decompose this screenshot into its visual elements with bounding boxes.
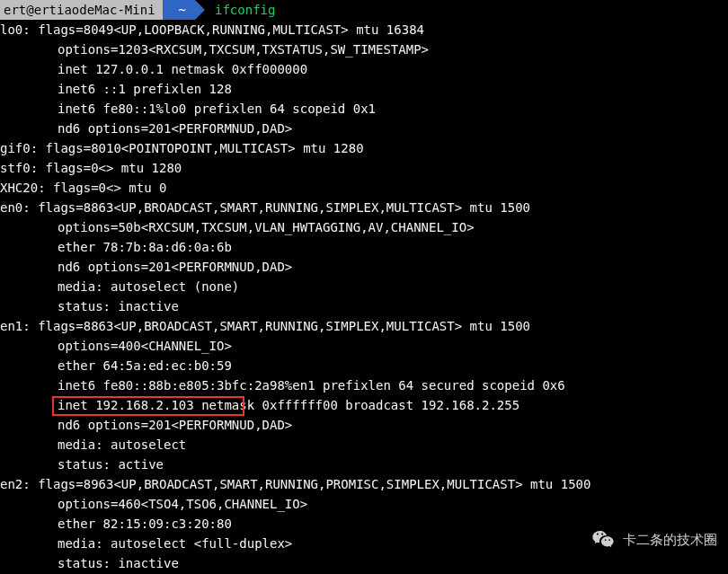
output-line: en1: flags=8863<UP,BROADCAST,SMART,RUNNI… [0,316,728,336]
watermark-text: 卡二条的技术圈 [623,530,717,550]
output-line-highlighted: inet 192.168.2.103 netmask 0xffffff00 br… [0,395,728,415]
prompt-user-host: ert@ertiaodeMac-Mini [0,0,163,20]
output-line: media: autoselect (none) [0,277,728,296]
output-line: options=460<TSO4,TSO6,CHANNEL_IO> [0,494,728,514]
output-line: en0: flags=8863<UP,BROADCAST,SMART,RUNNI… [0,198,728,217]
output-line: gif0: flags=8010<POINTOPOINT,MULTICAST> … [0,138,728,158]
output-line: stf0: flags=0<> mtu 1280 [0,158,728,178]
shell-prompt[interactable]: ert@ertiaodeMac-Mini ~ ifconfig [0,0,728,20]
output-line: inet6 fe80::1%lo0 prefixlen 64 scopeid 0… [0,99,728,119]
output-line: nd6 options=201<PERFORMNUD,DAD> [0,257,728,277]
typed-command: ifconfig [195,0,275,20]
prompt-dir: ~ [163,0,195,20]
terminal-output: lo0: flags=8049<UP,LOOPBACK,RUNNING,MULT… [0,20,728,573]
output-line: inet 127.0.0.1 netmask 0xff000000 [0,59,728,79]
output-line: status: active [0,455,728,474]
output-line: media: autoselect [0,435,728,455]
output-line: options=1203<RXCSUM,TXCSUM,TXSTATUS,SW_T… [0,40,728,59]
output-line: lo0: flags=8049<UP,LOOPBACK,RUNNING,MULT… [0,20,728,40]
output-line: ether 64:5a:ed:ec:b0:59 [0,356,728,375]
output-line: status: inactive [0,296,728,316]
output-line: XHC20: flags=0<> mtu 0 [0,178,728,198]
output-line: status: inactive [0,553,728,573]
output-line: options=400<CHANNEL_IO> [0,336,728,356]
output-line: options=50b<RXCSUM,TXCSUM,VLAN_HWTAGGING… [0,217,728,237]
watermark: 卡二条的技术圈 [590,527,717,552]
output-line: inet6 ::1 prefixlen 128 [0,79,728,99]
output-line: en2: flags=8963<UP,BROADCAST,SMART,RUNNI… [0,474,728,494]
output-line: nd6 options=201<PERFORMNUD,DAD> [0,119,728,138]
output-line: inet6 fe80::88b:e805:3bfc:2a98%en1 prefi… [0,375,728,395]
wechat-icon [590,527,616,552]
output-line: nd6 options=201<PERFORMNUD,DAD> [0,415,728,435]
output-line: ether 78:7b:8a:d6:0a:6b [0,237,728,257]
